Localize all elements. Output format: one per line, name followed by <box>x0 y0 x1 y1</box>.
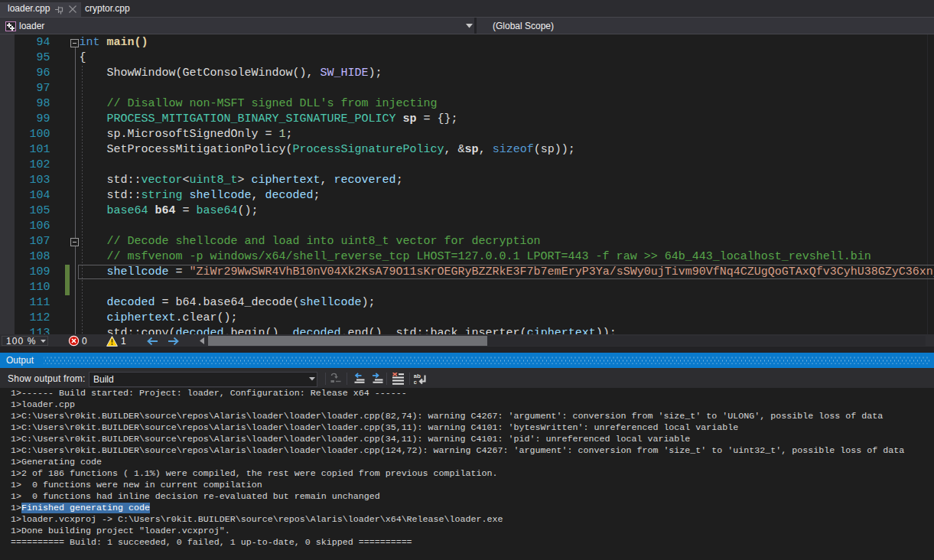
svg-text:c: c <box>414 379 418 386</box>
